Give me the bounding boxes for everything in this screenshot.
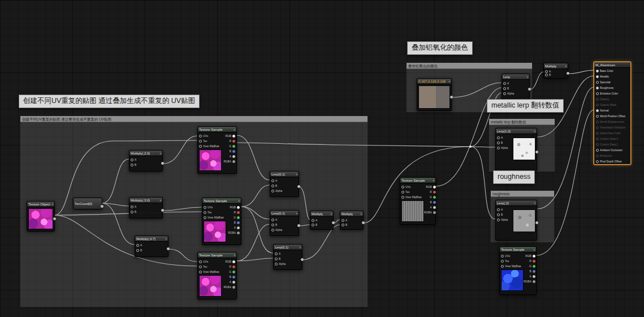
comment-bubble-metallic-lerp[interactable]: metallic lerp 翻转数值 — [487, 99, 564, 113]
node-texture-sample-metal[interactable]: Texture Sample▾UVsTexView MipBiasRGBRGBA… — [400, 177, 436, 225]
pin-g[interactable] — [232, 271, 235, 273]
pin-subsurface-color[interactable] — [596, 132, 599, 135]
pin-uvs[interactable] — [204, 206, 206, 209]
pin-b[interactable] — [131, 211, 133, 213]
pin-tex[interactable] — [204, 211, 206, 214]
pin-view-mipbias[interactable] — [204, 216, 206, 219]
node-lerp-metallic[interactable]: Lerp(1,0)▾ABAlpha — [495, 128, 537, 171]
comment-bubble-uv-tiling[interactable]: 创建不同UV重复的贴图 通过叠加生成不重复的 UV贴图 — [19, 95, 200, 108]
pin-alpha[interactable] — [271, 229, 274, 232]
pin-view-mipbias[interactable] — [501, 265, 504, 268]
node-multiply-blend-2[interactable]: Multiply▾AB — [340, 211, 364, 230]
pin-output[interactable] — [528, 88, 531, 91]
pin-tessellation-multiplier[interactable] — [596, 126, 599, 129]
pin-tex[interactable] — [199, 265, 202, 268]
pin-a[interactable] — [497, 208, 500, 211]
pin-a[interactable] — [131, 158, 133, 161]
pin-rgba[interactable] — [232, 160, 235, 163]
pin-rgba[interactable] — [232, 286, 235, 289]
pin-world-displacement[interactable] — [596, 121, 599, 123]
pin-output[interactable] — [535, 221, 538, 224]
pin-view-mipbias[interactable] — [199, 271, 202, 273]
collapse-arrow-icon[interactable]: ▾ — [533, 248, 535, 251]
pin-alpha[interactable] — [497, 147, 500, 149]
node-texture-sample-1[interactable]: Texture Sample▾UVsTexView MipBiasRGBRGBA… — [197, 126, 237, 174]
pin-a[interactable] — [131, 205, 133, 208]
pin-output[interactable] — [53, 217, 56, 220]
pin-a[interactable] — [232, 155, 235, 158]
collapse-arrow-icon[interactable]: ▾ — [526, 75, 528, 79]
pin-base-color[interactable] — [596, 70, 599, 72]
pin-tex[interactable] — [501, 260, 504, 263]
pin-alpha[interactable] — [497, 219, 500, 221]
pin-b[interactable] — [433, 201, 436, 204]
node-texture-object[interactable]: Texture Object▾ — [27, 201, 55, 232]
pin-a[interactable] — [271, 219, 274, 221]
node-texture-sample-normal[interactable]: Texture Sample▾UVsTexView MipBiasRGBRGBA… — [499, 246, 537, 295]
collapse-arrow-icon[interactable]: ▾ — [330, 212, 332, 216]
collapse-arrow-icon[interactable]: ▾ — [299, 246, 301, 249]
node-multiply-uv-3[interactable]: Multiply(,0.7)▾AB — [135, 235, 168, 257]
pin-tex[interactable] — [199, 140, 202, 143]
collapse-arrow-icon[interactable]: ▾ — [296, 173, 297, 176]
pin-a[interactable] — [433, 206, 436, 209]
pin-rgb[interactable] — [232, 260, 235, 263]
node-multiply-blend-1[interactable]: Multiply▾AB — [310, 211, 334, 230]
pin-opacity[interactable] — [596, 98, 599, 101]
collapse-arrow-icon[interactable]: ▾ — [159, 152, 161, 155]
pin-output[interactable] — [161, 209, 164, 212]
collapse-arrow-icon[interactable]: ▾ — [159, 199, 161, 202]
node-constant-oxide-color[interactable]: 0.167,0.126,0.106▾ — [417, 78, 452, 111]
pin-rgba[interactable] — [433, 211, 436, 214]
pin-g[interactable] — [433, 196, 436, 199]
pin-uvs[interactable] — [401, 186, 404, 189]
pin-b[interactable] — [131, 164, 133, 166]
node-texture-sample-2[interactable]: Texture Sample▾UVsTexView MipBiasRGBRGBA… — [202, 198, 241, 245]
node-texture-sample-3[interactable]: Texture Sample▾UVsTexView MipBiasRGBRGBA… — [197, 252, 237, 299]
pin-output[interactable] — [362, 221, 365, 224]
node-lerp-3[interactable]: Lerp(0,1)▾ABAlpha — [273, 244, 302, 270]
pin-metallic[interactable] — [596, 75, 599, 78]
pin-opacity-mask[interactable] — [596, 104, 599, 106]
node-texcoord[interactable]: TexCoord[0] — [73, 198, 102, 209]
pin-tex[interactable] — [401, 191, 404, 194]
pin-output[interactable] — [301, 258, 304, 261]
pin-r[interactable] — [237, 211, 240, 214]
pin-a[interactable] — [342, 219, 344, 222]
pin-b[interactable] — [533, 270, 535, 273]
collapse-arrow-icon[interactable]: ▾ — [234, 254, 235, 257]
pin-a[interactable] — [232, 281, 235, 284]
pin-uvs[interactable] — [199, 260, 202, 263]
pin-output[interactable] — [297, 224, 300, 227]
pin-rgb[interactable] — [232, 135, 235, 138]
node-lerp-1[interactable]: Lerp(0,1)▾ABAlpha — [270, 171, 299, 197]
pin-b[interactable] — [312, 224, 314, 226]
collapse-arrow-icon[interactable]: ▾ — [360, 212, 362, 216]
comment-bubble-roughness[interactable]: roughness — [493, 170, 535, 184]
pin-b[interactable] — [237, 221, 240, 224]
pin-b[interactable] — [545, 74, 548, 76]
pin-a[interactable] — [497, 136, 500, 139]
pin-ambient-occlusion[interactable] — [596, 149, 599, 152]
pin-g[interactable] — [232, 145, 235, 148]
pin-output[interactable] — [297, 185, 300, 188]
pin-a[interactable] — [271, 179, 274, 182]
pin-rgb[interactable] — [533, 255, 535, 258]
pin-a[interactable] — [275, 252, 278, 255]
pin-emissive-color[interactable] — [596, 92, 599, 95]
pin-g[interactable] — [533, 265, 535, 268]
pin-a[interactable] — [533, 275, 535, 278]
pin-alpha[interactable] — [271, 190, 274, 192]
material-graph-canvas[interactable]: 创建不同UV重复的贴图 通过叠加生成不重复的 UV贴图叠加铝氧化的颜色metal… — [0, 0, 644, 317]
pin-b[interactable] — [136, 249, 139, 252]
pin-b[interactable] — [271, 185, 274, 187]
pin-view-mipbias[interactable] — [199, 145, 202, 148]
collapse-arrow-icon[interactable]: ▾ — [534, 202, 535, 205]
collapse-arrow-icon[interactable]: ▾ — [234, 128, 235, 131]
pin-g[interactable] — [237, 216, 240, 219]
node-lerp-basecolor[interactable]: Lerp▾ABAlpha — [502, 74, 530, 100]
pin-b[interactable] — [503, 87, 506, 90]
collapse-arrow-icon[interactable]: ▾ — [238, 199, 240, 203]
comment-bubble-oxide-color[interactable]: 叠加铝氧化的颜色 — [407, 41, 473, 55]
pin-uvs[interactable] — [501, 255, 504, 258]
